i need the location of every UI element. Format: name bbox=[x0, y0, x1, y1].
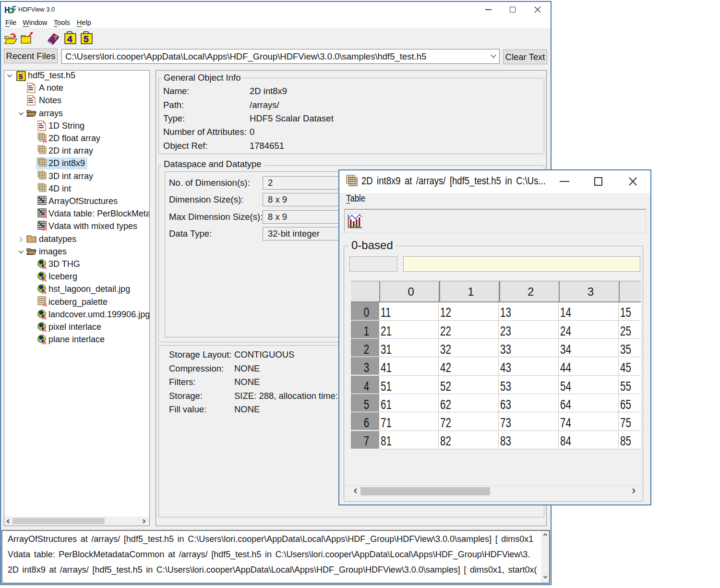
svg-text:4: 4 bbox=[67, 34, 72, 44]
svg-text:A: A bbox=[42, 339, 47, 345]
svg-text:A: A bbox=[42, 288, 47, 295]
svg-text:?: ? bbox=[53, 34, 58, 42]
svg-text:A: A bbox=[42, 326, 47, 333]
svg-text:A: A bbox=[43, 225, 48, 231]
svg-text:A: A bbox=[42, 276, 47, 282]
svg-text:5: 5 bbox=[84, 34, 89, 44]
svg-text:A: A bbox=[42, 264, 47, 270]
svg-text:A: A bbox=[42, 313, 47, 320]
svg-text:A: A bbox=[43, 137, 48, 143]
svg-text:5: 5 bbox=[19, 72, 23, 81]
svg-text:A: A bbox=[43, 213, 48, 218]
svg-text:A: A bbox=[43, 301, 48, 307]
